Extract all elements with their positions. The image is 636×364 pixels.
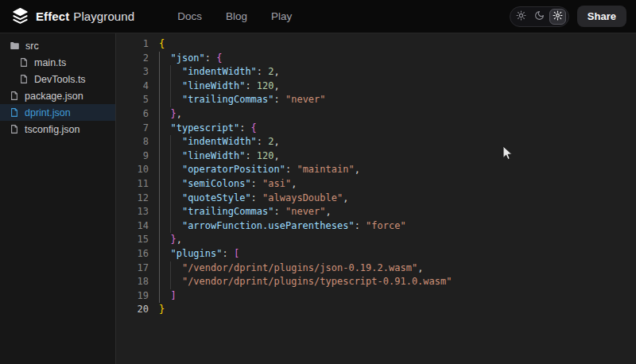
code-line-18[interactable]: 18 "/vendor/dprint/plugins/typescript-0.… [116,275,636,289]
line-number: 13 [116,205,149,219]
sidebar-item-package-json[interactable]: package.json [0,87,115,104]
theme-toggle [510,6,569,27]
gear-icon [553,10,563,23]
line-number: 3 [116,65,149,79]
line-number: 14 [116,219,149,234]
file-name: DevTools.ts [34,74,86,85]
indent-guide [159,219,160,234]
file-name: dprint.json [25,107,71,118]
indent-guide [159,247,160,261]
line-number: 12 [116,192,149,206]
sidebar-item-DevTools-ts[interactable]: DevTools.ts [0,71,115,87]
code-line-3[interactable]: 3 "indentWidth": 2, [116,65,636,79]
file-explorer: srcmain.tsDevTools.tspackage.jsondprint.… [0,33,116,364]
indent-guide [159,205,160,219]
code-line-5[interactable]: 5 "trailingCommas": "never" [116,93,636,107]
code-editor[interactable]: 1{2 "json": {3 "indentWidth": 2,4 "lineW… [116,33,636,364]
folder-icon [10,41,20,51]
sidebar-item-main-ts[interactable]: main.ts [0,54,115,71]
line-number: 11 [116,177,149,192]
code-line-7[interactable]: 7 "typescript": { [116,122,636,136]
line-number: 1 [116,37,149,52]
file-name: tsconfig.json [25,124,80,135]
code-line-1[interactable]: 1{ [116,37,636,52]
indent-guide [159,233,160,247]
code-line-13[interactable]: 13 "trailingCommas": "never", [116,205,636,219]
indent-guide [159,275,160,289]
indent-guide [159,163,160,177]
main-nav: DocsBlogPlay [177,10,292,22]
code-line-19[interactable]: 19 ] [116,289,636,304]
line-number: 19 [116,289,149,304]
line-number: 7 [116,122,149,136]
indent-guide [170,261,171,276]
indent-guide [170,192,171,206]
file-icon [19,57,29,68]
code-line-16[interactable]: 16 "plugins": [ [116,247,636,261]
code-line-10[interactable]: 10 "operatorPosition": "maintain", [116,163,636,177]
line-number: 17 [116,261,149,276]
indent-guide [170,79,171,94]
code-line-20[interactable]: 20} [116,303,636,317]
indent-guide [159,261,160,276]
indent-guide [170,65,171,79]
nav-link-docs[interactable]: Docs [177,10,202,22]
theme-dark-button[interactable] [531,9,548,25]
file-icon [10,107,19,118]
sidebar-item-dprint-json[interactable]: dprint.json [0,104,115,121]
nav-link-blog[interactable]: Blog [226,10,247,22]
app-title: EffectPlayground [36,10,134,23]
code-line-2[interactable]: 2 "json": { [116,52,636,66]
indent-guide [170,219,171,234]
indent-guide [159,52,160,66]
moon-icon [534,10,545,23]
indent-guide [159,149,160,164]
code-line-9[interactable]: 9 "lineWidth": 120, [116,149,636,164]
indent-guide [159,135,160,149]
nav-link-play[interactable]: Play [271,10,292,22]
line-number: 15 [116,233,149,247]
line-number: 6 [116,107,149,122]
file-icon [10,124,19,134]
code-line-15[interactable]: 15 }, [116,233,636,247]
indent-guide [159,93,160,107]
code-line-11[interactable]: 11 "semiColons": "asi", [116,177,636,192]
effect-logo-icon [11,7,29,25]
code-line-12[interactable]: 12 "quoteStyle": "alwaysDouble", [116,192,636,206]
indent-guide [170,93,171,107]
indent-guide [159,122,160,136]
indent-guide [170,275,171,289]
sidebar-item-src[interactable]: src [0,37,115,54]
indent-guide [159,107,160,122]
sidebar-item-tsconfig-json[interactable]: tsconfig.json [0,121,115,137]
line-number: 20 [116,303,149,317]
indent-guide [159,192,160,206]
indent-guide [170,163,171,177]
theme-light-button[interactable] [513,9,529,25]
line-number: 2 [116,52,149,66]
brand-link[interactable]: EffectPlayground [11,7,134,25]
line-number: 18 [116,275,149,289]
code-line-4[interactable]: 4 "lineWidth": 120, [116,79,636,94]
code-line-14[interactable]: 14 "arrowFunction.useParentheses": "forc… [116,219,636,234]
theme-system-button[interactable] [549,9,566,25]
line-number: 9 [116,149,149,164]
indent-guide [170,149,171,164]
code-line-8[interactable]: 8 "indentWidth": 2, [116,135,636,149]
code-line-6[interactable]: 6 }, [116,107,636,122]
indent-guide [170,135,171,149]
code-line-17[interactable]: 17 "/vendor/dprint/plugins/json-0.19.2.w… [116,261,636,276]
indent-guide [159,289,160,304]
file-icon [10,91,19,101]
line-number: 16 [116,247,149,261]
top-bar: EffectPlayground DocsBlogPlay [0,0,636,33]
indent-guide [170,205,171,219]
indent-guide [170,177,171,192]
indent-guide [159,79,160,94]
file-name: main.ts [34,57,66,68]
file-name: src [25,41,39,52]
share-button[interactable]: Share [577,6,626,27]
file-icon [19,74,29,84]
indent-guide [159,177,160,192]
file-name: package.json [25,91,83,102]
